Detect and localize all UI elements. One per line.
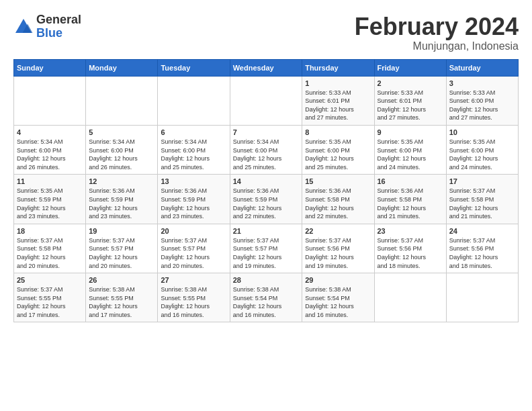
calendar-cell (446, 273, 518, 322)
day-number: 18 (17, 227, 83, 235)
day-info: Sunrise: 5:35 AM Sunset: 5:59 PM Dayligh… (17, 187, 83, 220)
day-info: Sunrise: 5:37 AM Sunset: 5:58 PM Dayligh… (17, 236, 83, 270)
day-number: 22 (305, 227, 371, 235)
day-info: Sunrise: 5:36 AM Sunset: 5:59 PM Dayligh… (233, 187, 299, 220)
day-number: 15 (305, 177, 371, 185)
day-number: 19 (89, 227, 154, 235)
day-number: 20 (161, 227, 226, 235)
weekday-header-friday: Friday (374, 59, 446, 76)
day-number: 17 (449, 177, 515, 185)
calendar-cell (374, 273, 446, 322)
day-info: Sunrise: 5:37 AM Sunset: 5:57 PM Dayligh… (233, 236, 299, 270)
weekday-header-monday: Monday (86, 59, 158, 76)
month-title: February 2024 (355, 13, 519, 40)
day-number: 6 (161, 128, 226, 136)
calendar-cell: 28Sunrise: 5:38 AM Sunset: 5:54 PM Dayli… (230, 273, 302, 322)
calendar-cell: 22Sunrise: 5:37 AM Sunset: 5:56 PM Dayli… (302, 224, 374, 273)
day-info: Sunrise: 5:33 AM Sunset: 6:00 PM Dayligh… (449, 89, 515, 122)
day-info: Sunrise: 5:38 AM Sunset: 5:54 PM Dayligh… (305, 285, 371, 319)
day-info: Sunrise: 5:37 AM Sunset: 5:58 PM Dayligh… (449, 187, 515, 220)
weekday-header-sunday: Sunday (14, 59, 86, 76)
calendar-cell: 2Sunrise: 5:33 AM Sunset: 6:01 PM Daylig… (374, 76, 446, 125)
day-info: Sunrise: 5:38 AM Sunset: 5:55 PM Dayligh… (89, 285, 154, 319)
day-number: 3 (449, 79, 515, 87)
calendar-cell: 1Sunrise: 5:33 AM Sunset: 6:01 PM Daylig… (302, 76, 374, 125)
week-row-3: 11Sunrise: 5:35 AM Sunset: 5:59 PM Dayli… (14, 175, 519, 224)
calendar-cell: 29Sunrise: 5:38 AM Sunset: 5:54 PM Dayli… (302, 273, 374, 322)
calendar-cell: 17Sunrise: 5:37 AM Sunset: 5:58 PM Dayli… (446, 175, 518, 224)
calendar-cell: 20Sunrise: 5:37 AM Sunset: 5:57 PM Dayli… (158, 224, 230, 273)
calendar-cell: 12Sunrise: 5:36 AM Sunset: 5:59 PM Dayli… (86, 175, 158, 224)
page-header: General Blue February 2024 Munjungan, In… (13, 13, 519, 52)
day-info: Sunrise: 5:34 AM Sunset: 6:00 PM Dayligh… (233, 138, 299, 171)
title-block: February 2024 Munjungan, Indonesia (355, 13, 519, 52)
day-number: 26 (89, 276, 154, 284)
day-info: Sunrise: 5:38 AM Sunset: 5:55 PM Dayligh… (161, 285, 226, 319)
calendar-cell: 27Sunrise: 5:38 AM Sunset: 5:55 PM Dayli… (158, 273, 230, 322)
calendar-cell (230, 76, 302, 125)
calendar-cell: 6Sunrise: 5:34 AM Sunset: 6:00 PM Daylig… (158, 125, 230, 174)
day-number: 1 (305, 79, 371, 87)
day-info: Sunrise: 5:34 AM Sunset: 6:00 PM Dayligh… (161, 138, 226, 171)
day-number: 14 (233, 177, 299, 185)
calendar-cell: 18Sunrise: 5:37 AM Sunset: 5:58 PM Dayli… (14, 224, 86, 273)
calendar-cell: 14Sunrise: 5:36 AM Sunset: 5:59 PM Dayli… (230, 175, 302, 224)
day-number: 16 (378, 177, 443, 185)
calendar-cell: 21Sunrise: 5:37 AM Sunset: 5:57 PM Dayli… (230, 224, 302, 273)
calendar-cell: 15Sunrise: 5:36 AM Sunset: 5:58 PM Dayli… (302, 175, 374, 224)
day-info: Sunrise: 5:37 AM Sunset: 5:57 PM Dayligh… (89, 236, 154, 270)
day-info: Sunrise: 5:34 AM Sunset: 6:00 PM Dayligh… (89, 138, 154, 171)
calendar-cell: 25Sunrise: 5:37 AM Sunset: 5:55 PM Dayli… (14, 273, 86, 322)
calendar-cell (14, 76, 86, 125)
day-number: 2 (378, 79, 443, 87)
weekday-header-wednesday: Wednesday (230, 59, 302, 76)
day-info: Sunrise: 5:34 AM Sunset: 6:00 PM Dayligh… (17, 138, 83, 171)
weekday-header-saturday: Saturday (446, 59, 518, 76)
day-number: 10 (449, 128, 515, 136)
week-row-2: 4Sunrise: 5:34 AM Sunset: 6:00 PM Daylig… (14, 125, 519, 174)
calendar-cell: 8Sunrise: 5:35 AM Sunset: 6:00 PM Daylig… (302, 125, 374, 174)
day-info: Sunrise: 5:36 AM Sunset: 5:58 PM Dayligh… (305, 187, 371, 220)
day-number: 11 (17, 177, 83, 185)
weekday-header-thursday: Thursday (302, 59, 374, 76)
calendar-cell: 11Sunrise: 5:35 AM Sunset: 5:59 PM Dayli… (14, 175, 86, 224)
location: Munjungan, Indonesia (355, 40, 519, 52)
day-number: 27 (161, 276, 226, 284)
day-number: 29 (305, 276, 371, 284)
day-info: Sunrise: 5:35 AM Sunset: 6:00 PM Dayligh… (378, 138, 443, 171)
calendar-cell: 9Sunrise: 5:35 AM Sunset: 6:00 PM Daylig… (374, 125, 446, 174)
calendar-cell: 13Sunrise: 5:36 AM Sunset: 5:59 PM Dayli… (158, 175, 230, 224)
calendar-cell (158, 76, 230, 125)
day-number: 28 (233, 276, 299, 284)
day-number: 8 (305, 128, 371, 136)
day-number: 25 (17, 276, 83, 284)
calendar-cell: 7Sunrise: 5:34 AM Sunset: 6:00 PM Daylig… (230, 125, 302, 174)
logo: General Blue (13, 13, 81, 40)
calendar-cell: 5Sunrise: 5:34 AM Sunset: 6:00 PM Daylig… (86, 125, 158, 174)
calendar-cell: 24Sunrise: 5:37 AM Sunset: 5:56 PM Dayli… (446, 224, 518, 273)
logo-text: General Blue (36, 13, 81, 40)
day-info: Sunrise: 5:37 AM Sunset: 5:56 PM Dayligh… (305, 236, 371, 270)
logo-icon (13, 17, 34, 37)
logo-general: General (36, 13, 81, 27)
calendar-cell: 26Sunrise: 5:38 AM Sunset: 5:55 PM Dayli… (86, 273, 158, 322)
day-number: 23 (378, 227, 443, 235)
day-info: Sunrise: 5:36 AM Sunset: 5:59 PM Dayligh… (161, 187, 226, 220)
day-info: Sunrise: 5:37 AM Sunset: 5:56 PM Dayligh… (378, 236, 443, 270)
calendar-table: SundayMondayTuesdayWednesdayThursdayFrid… (13, 59, 519, 323)
calendar-cell: 10Sunrise: 5:35 AM Sunset: 6:00 PM Dayli… (446, 125, 518, 174)
day-info: Sunrise: 5:33 AM Sunset: 6:01 PM Dayligh… (305, 89, 371, 122)
logo-blue: Blue (36, 27, 81, 40)
weekday-header-tuesday: Tuesday (158, 59, 230, 76)
calendar-cell (86, 76, 158, 125)
day-info: Sunrise: 5:37 AM Sunset: 5:56 PM Dayligh… (449, 236, 515, 270)
week-row-5: 25Sunrise: 5:37 AM Sunset: 5:55 PM Dayli… (14, 273, 519, 322)
weekday-header-row: SundayMondayTuesdayWednesdayThursdayFrid… (14, 59, 519, 76)
day-number: 4 (17, 128, 83, 136)
calendar-cell: 4Sunrise: 5:34 AM Sunset: 6:00 PM Daylig… (14, 125, 86, 174)
day-number: 5 (89, 128, 154, 136)
day-info: Sunrise: 5:36 AM Sunset: 5:59 PM Dayligh… (89, 187, 154, 220)
day-number: 24 (449, 227, 515, 235)
calendar-cell: 23Sunrise: 5:37 AM Sunset: 5:56 PM Dayli… (374, 224, 446, 273)
day-number: 9 (378, 128, 443, 136)
